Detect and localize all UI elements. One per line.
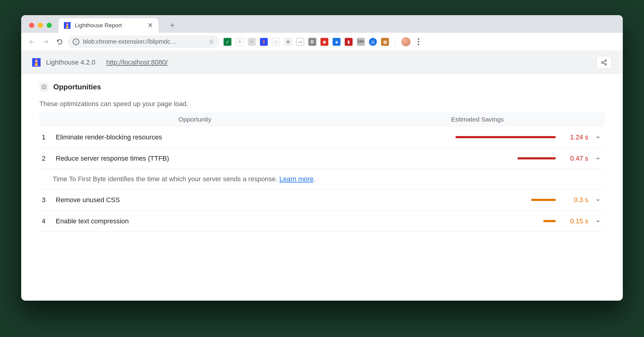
opportunity-index: 4 [42,217,50,225]
browser-window: Lighthouse Report ✕ ＋ i blob:chrome-exte… [21,15,623,301]
column-savings: Estimated Savings [350,116,605,123]
opportunity-name: Reduce server response times (TTFB) [56,155,447,162]
tested-url-link[interactable]: http://localhost:8080/ [106,58,168,66]
chevron-down-icon[interactable] [594,135,602,140]
extensions-row: ✓ ⚛ •• { } ❋ ▭ B ◉ ◈ ▮ CRX ◎ ▦ [224,37,422,46]
browser-tab[interactable]: Lighthouse Report ✕ [58,18,158,33]
forward-button[interactable] [40,36,51,48]
tool-version: Lighthouse 4.2.0 [46,58,95,66]
chevron-up-icon[interactable] [594,156,602,161]
svg-point-10 [602,62,603,63]
opportunity-index: 2 [42,155,50,162]
opportunity-row[interactable]: 1Eliminate render-blocking resources1.24… [39,127,605,148]
report-header: Lighthouse 4.2.0 http://localhost:8080/ [21,51,623,74]
svg-rect-8 [35,62,38,63]
profile-avatar[interactable] [401,37,410,46]
report-content: Opportunities These optimizations can sp… [21,74,623,301]
extension-icon[interactable]: B [308,38,316,46]
savings-bar [518,157,556,159]
savings-bar-track [453,199,556,201]
chevron-down-icon[interactable] [594,197,602,203]
extension-icon[interactable]: ◉ [320,38,328,46]
opportunity-detail: Time To First Byte identifies the time a… [39,169,605,189]
close-tab-icon[interactable]: ✕ [148,22,153,29]
extension-icon[interactable]: { } [272,38,280,46]
lighthouse-icon [32,58,41,67]
maximize-window-button[interactable] [47,23,52,28]
extension-icon[interactable]: ▮ [345,38,353,46]
minimize-window-button[interactable] [38,23,43,28]
savings-bar-track [453,220,556,222]
share-button[interactable] [596,56,612,69]
window-controls [25,23,55,33]
extension-icon[interactable]: ⚛ [236,38,244,46]
savings-bar-track [453,136,556,138]
svg-rect-3 [66,25,68,26]
svg-rect-1 [66,23,68,24]
savings-value: 0.15 s [561,217,588,225]
url-text: blob:chrome-extension://blipmdc… [83,38,205,45]
savings-value: 0.47 s [561,155,588,162]
extension-icon[interactable]: ◎ [369,38,377,46]
new-tab-button[interactable]: ＋ [166,18,179,32]
opportunity-row[interactable]: 4Enable text compression0.15 s [39,211,605,232]
section-description: These optimizations can speed up your pa… [39,100,605,108]
svg-rect-12 [42,85,46,89]
savings-value: 1.24 s [561,133,588,141]
section-title: Opportunities [53,83,101,91]
learn-more-link[interactable]: Learn more [279,175,314,183]
reload-button[interactable] [54,36,65,48]
opportunity-name: Eliminate render-blocking resources [56,133,447,141]
extension-icon[interactable]: •• [248,38,256,46]
browser-toolbar: i blob:chrome-extension://blipmdc… ☆ ✓ ⚛… [21,33,623,51]
opportunity-name: Enable text compression [56,217,447,225]
opportunity-index: 3 [42,196,50,204]
extension-icon[interactable] [260,38,268,46]
extension-icon[interactable]: CRX [357,38,365,46]
opportunities-list: 1Eliminate render-blocking resources1.24… [39,127,605,232]
svg-rect-2 [66,24,68,25]
close-window-button[interactable] [29,23,34,28]
toolbar-divider [395,37,395,46]
opportunity-index: 1 [42,133,50,141]
extension-icon[interactable]: ◈ [333,38,340,46]
extension-icon[interactable]: ▭ [296,38,304,46]
extension-icon[interactable]: ▦ [381,38,389,46]
chevron-down-icon[interactable] [594,219,602,224]
svg-point-11 [605,64,607,65]
savings-bar [531,199,556,201]
svg-rect-7 [35,61,38,62]
lighthouse-icon [64,22,71,29]
savings-bar-track [453,157,556,159]
back-button[interactable] [26,36,38,48]
opportunity-row[interactable]: 3Remove unused CSS0.3 s [39,189,605,211]
svg-point-9 [605,60,607,62]
opportunities-table-header: Opportunity Estimated Savings [39,112,605,127]
bookmark-star-icon[interactable]: ☆ [208,38,214,46]
tab-strip: Lighthouse Report ✕ ＋ [21,15,623,33]
browser-menu-button[interactable] [415,38,422,45]
savings-bar [456,136,556,138]
opportunities-icon [39,82,48,92]
opportunity-row[interactable]: 2Reduce server response times (TTFB)0.47… [39,148,605,169]
savings-value: 0.3 s [561,196,588,204]
extension-icon[interactable]: ✓ [224,38,231,46]
tab-title: Lighthouse Report [75,22,143,29]
savings-bar [543,220,556,222]
site-info-icon[interactable]: i [73,38,79,45]
address-bar[interactable]: i blob:chrome-extension://blipmdc… ☆ [68,35,219,48]
extension-icon[interactable]: ❋ [284,38,292,46]
svg-rect-6 [35,59,38,61]
svg-rect-4 [263,40,264,43]
section-header: Opportunities [39,82,605,92]
column-opportunity: Opportunity [39,116,350,123]
opportunity-name: Remove unused CSS [56,196,447,204]
